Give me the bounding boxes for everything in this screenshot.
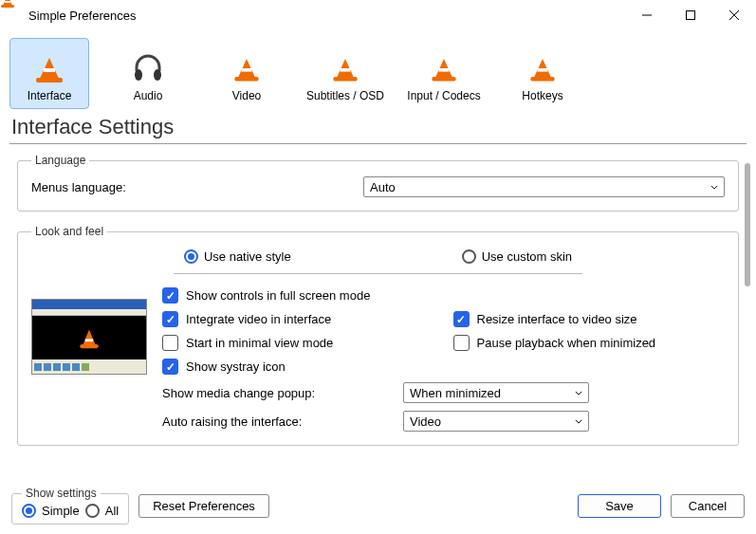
svg-rect-1 xyxy=(687,11,695,20)
cone-subtitles-icon xyxy=(324,49,366,87)
show-settings-group: Show settings Simple All xyxy=(11,487,129,525)
tab-interface[interactable]: Interface xyxy=(9,38,89,109)
tab-video[interactable]: Video xyxy=(207,38,286,109)
maximize-button[interactable] xyxy=(669,0,712,30)
tab-audio[interactable]: Audio xyxy=(108,38,188,109)
auto-raise-select[interactable]: Video xyxy=(403,411,589,432)
chevron-down-icon xyxy=(710,180,718,194)
cone-icon xyxy=(28,49,70,87)
page-title: Interface Settings xyxy=(0,109,756,143)
headphones-icon xyxy=(127,49,169,87)
svg-point-5 xyxy=(154,69,161,81)
cone-disc-icon xyxy=(423,49,465,87)
svg-point-4 xyxy=(135,69,142,81)
skin-preview xyxy=(31,299,147,375)
custom-skin-radio[interactable]: Use custom skin xyxy=(462,249,572,264)
show-settings-simple-radio[interactable]: Simple xyxy=(22,504,80,518)
cancel-button[interactable]: Cancel xyxy=(671,494,745,518)
chevron-down-icon xyxy=(575,386,582,400)
tab-subtitles[interactable]: Subtitles / OSD xyxy=(305,38,385,109)
menus-language-label: Menus language: xyxy=(31,180,354,194)
show-settings-all-radio[interactable]: All xyxy=(85,504,119,518)
reset-preferences-button[interactable]: Reset Preferences xyxy=(138,494,269,518)
media-popup-select[interactable]: When minimized xyxy=(403,382,589,403)
radio-checked-icon xyxy=(184,249,198,264)
show-systray-checkbox[interactable]: Show systray icon xyxy=(162,359,725,375)
look-and-feel-group: Look and feel Use native style Use custo… xyxy=(17,225,739,446)
style-divider xyxy=(174,273,582,274)
title-divider xyxy=(9,143,747,144)
close-button[interactable] xyxy=(712,0,756,30)
chevron-down-icon xyxy=(575,414,582,429)
language-group: Language Menus language: Auto xyxy=(17,154,739,212)
menus-language-select[interactable]: Auto xyxy=(363,176,725,197)
auto-raise-label: Auto raising the interface: xyxy=(162,414,394,429)
show-controls-checkbox[interactable]: Show controls in full screen mode xyxy=(162,287,725,304)
app-icon xyxy=(8,8,23,23)
start-minimal-checkbox[interactable]: Start in minimal view mode xyxy=(162,335,434,351)
minimize-button[interactable] xyxy=(625,0,669,30)
look-legend: Look and feel xyxy=(31,225,107,238)
content-area: Language Menus language: Auto Look and f… xyxy=(0,154,756,467)
scrollbar-thumb[interactable] xyxy=(745,163,750,286)
language-legend: Language xyxy=(31,154,89,167)
integrate-video-checkbox[interactable]: Integrate video in interface xyxy=(162,311,434,327)
media-popup-label: Show media change popup: xyxy=(162,386,394,400)
native-style-radio[interactable]: Use native style xyxy=(184,249,291,264)
category-toolbar: Interface Audio Video Subtitles / OSD In… xyxy=(0,30,756,109)
save-button[interactable]: Save xyxy=(578,494,661,518)
radio-unchecked-icon xyxy=(462,249,476,264)
show-settings-legend: Show settings xyxy=(22,487,101,500)
window-title: Simple Preferences xyxy=(28,9,136,23)
footer: Show settings Simple All Reset Preferenc… xyxy=(0,481,756,534)
cone-clapper-icon xyxy=(226,49,267,87)
tab-input-codecs[interactable]: Input / Codecs xyxy=(404,38,484,109)
cone-hotkeys-icon xyxy=(522,49,563,87)
titlebar: Simple Preferences xyxy=(0,0,756,30)
scrollbar[interactable] xyxy=(745,163,750,457)
tab-hotkeys[interactable]: Hotkeys xyxy=(503,38,582,109)
resize-interface-checkbox[interactable]: Resize interface to video size xyxy=(453,311,726,327)
pause-minimized-checkbox[interactable]: Pause playback when minimized xyxy=(453,335,726,351)
